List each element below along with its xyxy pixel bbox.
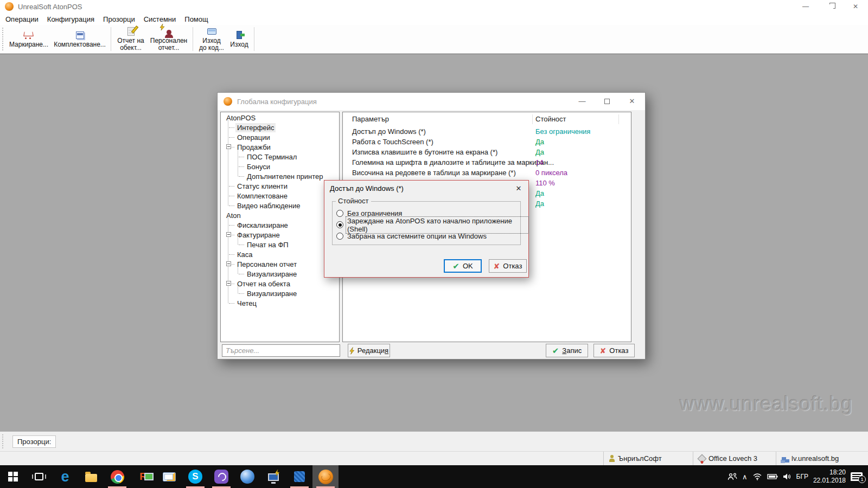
dialog-close-button[interactable]: ✕	[620, 93, 644, 110]
tree-item-visualization[interactable]: Визуализиране	[221, 269, 339, 279]
taskbar-explorer[interactable]	[78, 465, 104, 488]
taskbar-viber[interactable]	[208, 465, 234, 488]
collapse-icon[interactable]	[226, 281, 231, 286]
toolbar-exit-button[interactable]: Изход	[227, 26, 251, 52]
lightning-icon	[349, 347, 354, 355]
table-row[interactable]: Достъп до Windows (*) Без ограничения	[343, 126, 631, 137]
language-indicator[interactable]: БГР	[796, 473, 808, 480]
modal-close-button[interactable]: ✕	[514, 184, 523, 192]
window-title: UnrealSoft AtonPOS	[18, 3, 82, 11]
toolbar-site-report-button[interactable]: Отчет на обект...	[114, 26, 148, 52]
tree-item-atonpos[interactable]: AtonPOS	[221, 113, 339, 123]
taskbar-dialup[interactable]	[260, 465, 286, 488]
edit-button[interactable]: Редакция	[348, 344, 390, 357]
minimize-button[interactable]: —	[793, 0, 818, 13]
table-row[interactable]: Работа с TouchScreen (*) Да	[343, 137, 631, 147]
clock[interactable]: 18:20 22.01.2018	[813, 468, 846, 485]
modal-cancel-button[interactable]: ✘ Отказ	[489, 259, 527, 273]
tree-item-video-surveillance[interactable]: Видео наблюдение	[221, 201, 339, 210]
close-button[interactable]: ✕	[843, 0, 868, 13]
table-row[interactable]: Изписва клавишите в бутоните на екрана (…	[343, 147, 631, 157]
statusbar-office-label: Office Lovech 3	[709, 454, 757, 463]
atonpos-icon	[224, 97, 232, 106]
toolbar-personal-report-button[interactable]: Персонален отчет...	[148, 26, 190, 52]
desktop: UnrealSoft AtonPOS — ✕ Операции Конфигур…	[0, 0, 868, 488]
tree-item-reader[interactable]: Четец	[221, 298, 339, 308]
menu-system[interactable]: Системни	[139, 14, 181, 24]
task-view-button[interactable]	[26, 465, 52, 488]
menu-operations[interactable]: Операции	[1, 14, 43, 24]
collapse-icon[interactable]	[226, 144, 231, 149]
toolbar: Маркиране... Комплектоване... Отчет на о…	[0, 25, 868, 54]
people-icon[interactable]	[727, 473, 737, 480]
tree-item-site-report[interactable]: Отчет на обекта	[221, 279, 339, 288]
taskbar-browser-orb[interactable]	[234, 465, 260, 488]
taskbar-cube-app[interactable]	[286, 465, 312, 488]
wifi-icon[interactable]	[752, 473, 762, 480]
menu-windows[interactable]: Прозорци	[99, 14, 139, 24]
check-icon: ✔	[452, 262, 459, 270]
action-center-icon[interactable]: 1	[851, 472, 863, 481]
table-row[interactable]: Височина на редовете в таблици за маркир…	[343, 168, 631, 178]
tree-item-operations[interactable]: Операции	[221, 132, 339, 142]
tree-item-additional-printer[interactable]: Допълнителен принтер	[221, 171, 339, 181]
tree-item-assembly[interactable]: Комплектоване	[221, 191, 339, 201]
radio-icon[interactable]	[336, 210, 343, 217]
tree-item-sales[interactable]: Продажби	[221, 142, 339, 152]
taskbar-mail[interactable]	[156, 465, 182, 488]
taskbar-edge[interactable]: e	[52, 465, 78, 488]
taskbar-atonpos-active[interactable]	[312, 465, 339, 488]
battery-icon[interactable]	[767, 473, 778, 480]
taskbar: e R S ∧ БГР 18:20 22.01.2018 1	[0, 465, 868, 488]
toolbar-separator	[111, 27, 111, 51]
hidden-icons-chevron[interactable]: ∧	[742, 473, 748, 481]
menu-help[interactable]: Помощ	[180, 14, 212, 24]
radio-icon[interactable]	[336, 233, 343, 240]
toolbar-mark-button[interactable]: Маркиране...	[6, 26, 52, 52]
header-divider	[618, 114, 619, 124]
taskbar-remote-app[interactable]: R	[130, 465, 156, 488]
check-icon: ✔	[552, 346, 559, 355]
tree-item-bonuses[interactable]: Бонуси	[221, 162, 339, 171]
cancel-button[interactable]: ✘ Отказ	[593, 344, 635, 357]
dialog-minimize-button[interactable]: —	[570, 93, 595, 110]
dialog-titlebar[interactable]: Глобална конфигурация — ✕	[218, 93, 645, 110]
task-view-icon	[35, 473, 43, 480]
menu-configuration[interactable]: Конфигурация	[43, 14, 99, 24]
search-input[interactable]	[222, 344, 340, 357]
toolbar-exit-to-code-button[interactable]: Изход до код...	[196, 26, 227, 52]
radio-shell-startup[interactable]: Зареждане на AtonPOS като начално прилож…	[336, 220, 528, 229]
modal-titlebar[interactable]: Достъп до Windows (*)	[324, 181, 528, 196]
speaker-icon[interactable]	[783, 473, 792, 480]
collapse-icon[interactable]	[226, 232, 231, 237]
tree-item-fiscalization[interactable]: Фискализиране	[221, 220, 339, 230]
taskbar-chrome[interactable]	[104, 465, 130, 488]
ok-button[interactable]: ✔ OK	[444, 259, 482, 273]
windows-bar-label: Прозорци:	[12, 435, 56, 448]
header-divider	[532, 114, 533, 124]
toolbar-assemble-button[interactable]: Комплектоване...	[52, 26, 108, 52]
restore-button[interactable]	[818, 0, 843, 13]
tree-item-interface[interactable]: Интерфейс	[221, 123, 339, 132]
tree-item-cash[interactable]: Каса	[221, 249, 339, 259]
radio-selected-icon[interactable]	[336, 221, 343, 228]
tree-item-fp-print[interactable]: Печат на ФП	[221, 240, 339, 249]
taskbar-skype[interactable]: S	[182, 465, 208, 488]
lightning-icon	[275, 470, 280, 476]
statusbar-office-panel: Office Lovech 3	[693, 452, 776, 465]
tree-item-client-status[interactable]: Статус клиенти	[221, 181, 339, 191]
tree-item-pos-terminal[interactable]: ПОС Терминал	[221, 152, 339, 162]
save-button[interactable]: ✔ Запис	[546, 344, 588, 357]
tree-item-visualization[interactable]: Визуализиране	[221, 288, 339, 298]
table-row[interactable]: Големина на шрифта в диалозите и таблици…	[343, 157, 631, 168]
remote-app-icon: R	[139, 471, 147, 483]
dialog-maximize-button[interactable]	[595, 93, 620, 110]
start-button[interactable]	[0, 465, 26, 488]
collapse-icon[interactable]	[226, 261, 231, 266]
radio-disable-system-options[interactable]: Забрана на системните опции на Windows	[336, 232, 488, 241]
toolbar-grip[interactable]	[2, 28, 4, 50]
tree-item-aton[interactable]: Aton	[221, 210, 339, 220]
windows-bar-grip[interactable]	[2, 434, 4, 448]
tree-item-invoicing[interactable]: Фактуриране	[221, 230, 339, 240]
tree-item-personal-report[interactable]: Персонален отчет	[221, 259, 339, 269]
